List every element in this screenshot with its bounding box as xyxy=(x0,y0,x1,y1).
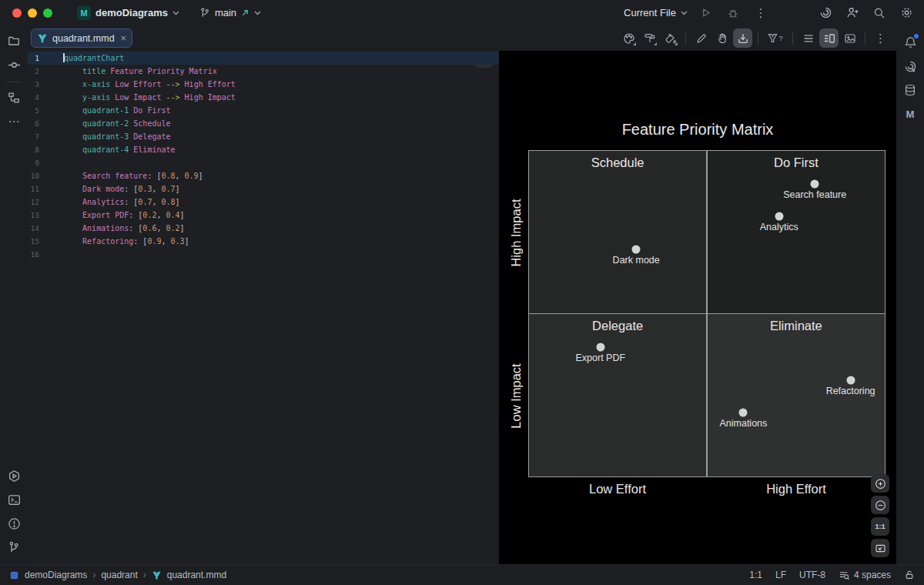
debug-button[interactable] xyxy=(723,3,743,23)
code-line[interactable]: 14 Animations: [0.6, 0.2] xyxy=(28,222,499,235)
minimize-window-button[interactable] xyxy=(28,8,37,18)
code-with-me-icon[interactable] xyxy=(842,3,862,23)
main-area: ⋯ quadrant.mmd × xyxy=(0,25,924,564)
close-window-button[interactable] xyxy=(12,8,22,18)
more-tool-windows-icon[interactable]: ⋯ xyxy=(3,111,25,132)
caret-position-widget[interactable]: 1:1 xyxy=(749,570,762,580)
tab-quadrant-mmd[interactable]: quadrant.mmd × xyxy=(31,28,132,48)
services-tool-window-icon[interactable] xyxy=(3,465,25,486)
run-button[interactable] xyxy=(695,3,715,23)
breadcrumb-folder[interactable]: quadrant xyxy=(101,570,137,580)
x-axis-right-label: High Effort xyxy=(766,482,826,496)
version-control-tool-window-icon[interactable] xyxy=(3,537,25,558)
line-number: 16 xyxy=(28,248,39,261)
quadrant-do-first: Do First xyxy=(708,151,885,313)
code-line[interactable]: 8 quadrant-4 Eliminate xyxy=(28,143,499,156)
chevron-down-icon xyxy=(172,11,179,15)
git-branch-icon xyxy=(199,7,210,18)
code-line[interactable]: 15 Refactoring: [0.9, 0.3] xyxy=(28,235,499,248)
line-number: 15 xyxy=(28,235,39,248)
tab-label: quadrant.mmd xyxy=(52,33,115,44)
quadrant-chart: Schedule Do First Delegate Eliminate Sea… xyxy=(528,150,886,477)
zoom-out-button[interactable] xyxy=(871,496,889,514)
code-line[interactable]: 13 Export PDF: [0.2, 0.4] xyxy=(28,209,499,222)
structure-tool-window-icon[interactable] xyxy=(3,87,25,109)
breadcrumb: demoDiagrams › quadrant › quadrant.mmd xyxy=(9,570,226,580)
quadrant-label: Schedule xyxy=(529,155,706,170)
code-line[interactable]: 2 title Feature Priority Matrix xyxy=(28,65,499,78)
chevron-down-icon xyxy=(254,11,261,15)
project-tool-window-icon[interactable] xyxy=(3,30,25,52)
code-line[interactable]: 16 xyxy=(28,248,499,261)
insert-download-icon[interactable] xyxy=(733,28,752,48)
ai-assistant-icon[interactable] xyxy=(815,3,835,23)
x-axis-left-label: Low Effort xyxy=(589,482,646,496)
edit-pencil-icon[interactable] xyxy=(691,28,711,48)
markdown-tool-window-icon[interactable]: M xyxy=(899,103,921,125)
code-line[interactable]: 12 Analytics: [0.7, 0.8] xyxy=(28,196,499,209)
run-configuration-selector[interactable]: Current File xyxy=(624,7,688,18)
chart-title: Feature Priority Matrix xyxy=(499,121,896,139)
zoom-in-button[interactable] xyxy=(871,474,889,493)
line-number: 13 xyxy=(28,209,39,222)
database-tool-window-icon[interactable] xyxy=(899,79,921,101)
fill-color-icon[interactable] xyxy=(661,28,680,48)
mermaid-config-icon[interactable]: ? xyxy=(764,28,787,48)
mermaid-file-icon xyxy=(37,33,48,44)
vcs-branch-widget[interactable]: main xyxy=(195,5,266,21)
view-preview-only-icon[interactable] xyxy=(840,28,859,48)
code-line[interactable]: 6 quadrant-2 Schedule xyxy=(28,117,499,130)
code-line[interactable]: 4 y-axis Low Impact --> High Impact xyxy=(28,91,499,104)
indent-widget[interactable]: 4 spaces xyxy=(839,570,891,581)
quadrant-label: Delegate xyxy=(529,319,706,333)
quadrant-schedule: Schedule xyxy=(529,151,706,313)
view-editor-only-icon[interactable] xyxy=(798,28,818,48)
code-line[interactable]: 10 Search feature: [0.8, 0.9] xyxy=(28,169,499,182)
code-line[interactable]: 9 xyxy=(28,156,499,169)
settings-gear-icon[interactable] xyxy=(896,3,916,23)
code-line[interactable]: 5 quadrant-1 Do First xyxy=(28,104,499,117)
code-line[interactable]: 7 quadrant-3 Delegate xyxy=(28,130,499,143)
toolbar-separator xyxy=(865,32,865,45)
code-line[interactable]: 3 x-axis Low Effort --> High Effort xyxy=(28,78,499,91)
line-separator-widget[interactable]: LF xyxy=(775,570,786,580)
breadcrumb-project[interactable]: demoDiagrams xyxy=(25,570,87,580)
notifications-bell-icon[interactable] xyxy=(899,32,921,53)
quadrant-delegate: Delegate xyxy=(529,314,706,476)
lock-icon[interactable] xyxy=(904,570,915,580)
search-everywhere-icon[interactable] xyxy=(869,3,889,23)
commit-tool-window-icon[interactable] xyxy=(3,54,25,75)
more-run-options-button[interactable]: ⋮ xyxy=(751,3,771,23)
terminal-tool-window-icon[interactable] xyxy=(3,489,25,510)
run-configuration-label: Current File xyxy=(624,7,676,18)
code-line[interactable]: 11 Dark mode: [0.3, 0.7] xyxy=(28,182,499,196)
fit-to-window-button[interactable] xyxy=(871,539,889,557)
zoom-window-button[interactable] xyxy=(43,8,52,18)
actual-size-button[interactable]: 1:1 xyxy=(871,517,889,536)
line-number: 9 xyxy=(28,156,39,169)
line-number: 12 xyxy=(28,196,39,209)
breadcrumb-file[interactable]: quadrant.mmd xyxy=(167,570,226,580)
line-number: 5 xyxy=(28,104,39,117)
statusbar-widgets: 1:1 LF UTF-8 4 spaces xyxy=(749,570,915,581)
ai-assistant-chat-icon[interactable] xyxy=(899,55,921,77)
quadrant-label: Do First xyxy=(708,155,885,170)
module-icon xyxy=(9,570,19,580)
problems-tool-window-icon[interactable] xyxy=(3,513,25,534)
preview-toolbar: ? ⋮ xyxy=(499,25,896,51)
ide-window: M demoDiagrams main Current File ⋮ xyxy=(0,0,924,585)
close-tab-icon[interactable]: × xyxy=(121,32,127,44)
diagram-canvas[interactable]: Feature Priority Matrix High Impact Low … xyxy=(499,51,896,564)
pan-hand-icon[interactable] xyxy=(712,28,732,48)
toolbar-separator xyxy=(685,32,686,45)
more-vertical-icon[interactable]: ⋮ xyxy=(871,28,890,48)
code-line[interactable]: 1quadrantChart xyxy=(28,52,499,65)
line-number: 2 xyxy=(28,65,39,78)
code-editor[interactable]: 1quadrantChart2 title Feature Priority M… xyxy=(28,51,499,564)
view-split-icon[interactable] xyxy=(819,28,839,48)
paint-roller-icon[interactable] xyxy=(640,28,659,48)
quadrant-eliminate: Eliminate xyxy=(708,314,885,476)
encoding-widget[interactable]: UTF-8 xyxy=(799,570,825,580)
color-palette-icon[interactable] xyxy=(619,28,638,48)
project-widget[interactable]: M demoDiagrams xyxy=(72,4,184,22)
